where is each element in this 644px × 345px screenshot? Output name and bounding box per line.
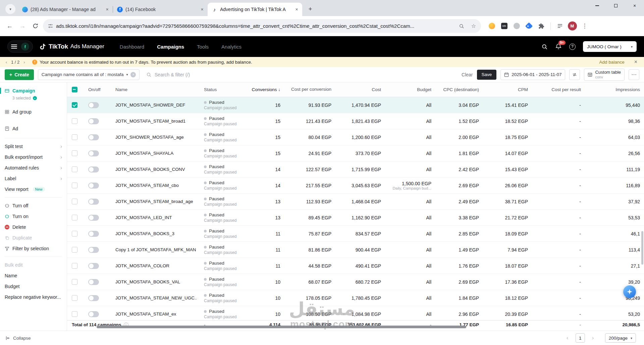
nav-tools[interactable]: Tools (197, 44, 209, 50)
sidebar-item-duplicate[interactable]: Duplicate (0, 232, 67, 243)
sidebar-item-filter-by-selection[interactable]: Filter by selection (0, 243, 67, 254)
tab-close-icon[interactable]: × (294, 7, 300, 12)
column-cost-per-result[interactable]: Cost per result (530, 87, 583, 92)
banner-prev-icon[interactable]: ‹ (4, 60, 9, 65)
add-balance-link[interactable]: Add balance (599, 60, 625, 65)
sidebar-item-delete[interactable]: Delete (0, 222, 67, 232)
reading-list-button[interactable] (554, 21, 565, 31)
clear-filters-link[interactable]: Clear (462, 72, 473, 77)
sidebar-item-split-test[interactable]: Split test› (0, 141, 67, 152)
campaign-name-link[interactable]: JOTK_MOSTAFA_STEAM_broad_age (105, 199, 197, 204)
browser-tab-ads-manager[interactable]: (28) Ads Manager - Manage ad × (18, 3, 113, 16)
row-checkbox[interactable] (72, 118, 77, 124)
sidebar-item-ad-group[interactable]: Ad group (0, 105, 67, 119)
next-page-icon[interactable]: › (588, 333, 598, 343)
table-row[interactable]: JOTK_MOSTAFA_STEAM_broad1 Paused Campaig… (67, 113, 644, 129)
onoff-toggle[interactable] (88, 102, 99, 108)
nav-dashboard[interactable]: Dashboard (120, 44, 144, 50)
forward-button[interactable]: → (16, 20, 29, 32)
prev-page-icon[interactable]: ‹ (563, 333, 572, 343)
row-checkbox[interactable] (72, 183, 77, 188)
filter-chip[interactable]: Campaign name contains all of : mostafa … (38, 69, 140, 80)
table-row[interactable]: JOTK_MOSTAFA_BOOKS_VAL Paused Campaign p… (67, 274, 644, 290)
workspace-avatar[interactable]: f (21, 43, 29, 51)
tab-close-icon[interactable]: × (199, 7, 205, 12)
table-row[interactable]: Copy 1 of JOTK_MOSTAFA_MFK_MAN Paused Ca… (67, 242, 644, 258)
onoff-toggle[interactable] (88, 215, 99, 221)
custom-table-button[interactable]: Custom table conv (584, 69, 625, 81)
table-row[interactable]: JOTK_MOSTAFA_SHOWER_DEF Paused Campaign … (67, 97, 644, 113)
campaign-name-link[interactable]: JOTK_MOSTAFA_BOOKS_VAL (105, 279, 197, 284)
current-page[interactable]: 1 (576, 333, 585, 343)
close-window-button[interactable]: × (625, 0, 644, 11)
sidebar-item-bulk-export-import[interactable]: Bulk export/import› (0, 152, 67, 162)
browser-tab-tiktok-active[interactable]: ♪ Advertising on TikTok | TikTok A × (208, 3, 302, 16)
account-switcher[interactable]: JUMOO ( Omar ) ▾ (583, 41, 637, 52)
onoff-toggle[interactable] (88, 199, 99, 205)
page-size-select[interactable]: 200/page ▾ (605, 333, 636, 343)
banner-close-icon[interactable]: × (634, 59, 637, 65)
table-row[interactable]: JOTK_MOSTAFA_BOOKS_3 Paused Campaign pau… (67, 226, 644, 242)
column-cost[interactable]: Cost (333, 87, 383, 92)
campaign-name-link[interactable]: JOTK_MOSTAFA_COLOR (105, 263, 197, 268)
sidebar-item-replace-negative-keywords[interactable]: Replace negative keywor... (0, 292, 67, 302)
column-cost-per-conversion[interactable]: Cost per conversion (282, 87, 333, 92)
sidebar-item-bulk-edit[interactable]: Bulk edit (0, 260, 67, 270)
reload-button[interactable] (29, 20, 42, 32)
onoff-toggle[interactable] (88, 311, 99, 317)
sidebar-item-view-report[interactable]: View report New (0, 184, 67, 195)
hamburger-menu-icon[interactable] (11, 45, 17, 49)
onoff-toggle[interactable] (88, 150, 99, 156)
create-button[interactable]: + Create (5, 69, 34, 80)
extension-gray-icon[interactable] (511, 21, 522, 31)
floating-widget-button[interactable] (623, 285, 636, 298)
onoff-toggle[interactable] (88, 118, 99, 124)
zoom-icon[interactable] (457, 21, 466, 31)
bookmark-star-icon[interactable]: ☆ (469, 21, 478, 31)
row-checkbox[interactable] (72, 102, 77, 108)
site-info-icon[interactable] (48, 23, 53, 29)
notifications-button[interactable]: 9+ (555, 43, 562, 50)
compare-dates-button[interactable] (569, 69, 580, 80)
column-impressions[interactable]: Impressions (583, 87, 642, 92)
sidebar-item-turn-off[interactable]: Turn off (0, 200, 67, 211)
campaign-name-link[interactable]: JOTK_MOSTAFA_STEAM_broad1 (105, 119, 197, 124)
row-checkbox[interactable] (72, 279, 77, 285)
more-options-button[interactable]: ⋯ (629, 69, 639, 80)
row-checkbox[interactable] (72, 199, 77, 204)
workspace-switcher[interactable]: f (7, 41, 33, 53)
column-budget[interactable]: Budget (383, 87, 433, 92)
row-checkbox[interactable] (72, 231, 77, 236)
help-icon[interactable]: ? (569, 44, 576, 50)
onoff-toggle[interactable] (88, 134, 99, 140)
table-row[interactable]: JOTK_MOSTAFA_STEAM_cbo Paused Campaign p… (67, 178, 644, 194)
sidebar-item-ad[interactable]: Ad (0, 122, 67, 135)
new-tab-button[interactable]: + (306, 4, 315, 14)
onoff-toggle[interactable] (88, 166, 99, 172)
sidebar-item-campaign[interactable]: Campaign (0, 86, 67, 95)
collapse-sidebar-button[interactable]: Collapse (5, 336, 31, 341)
select-all-checkbox[interactable] (72, 87, 77, 92)
table-row[interactable]: JOTK_MOSTAFA_BOOKS_CONV Paused Campaign … (67, 161, 644, 178)
column-cpc[interactable]: CPC (destination) (433, 87, 481, 92)
sidebar-item-budget[interactable]: Budget (0, 281, 67, 292)
maximize-button[interactable] (606, 0, 625, 11)
minimize-button[interactable] (588, 0, 606, 11)
search-filter-box[interactable] (144, 72, 458, 77)
onoff-toggle[interactable] (88, 247, 99, 253)
row-checkbox[interactable] (72, 215, 77, 220)
onoff-toggle[interactable] (88, 263, 99, 269)
search-icon[interactable] (541, 44, 548, 50)
nav-campaigns[interactable]: Campaigns (157, 44, 184, 50)
table-row[interactable]: JOTK_MOSTAFA_SHAYALA Paused Campaign pau… (67, 145, 644, 161)
onoff-toggle[interactable] (88, 279, 99, 285)
vertical-scrollbar[interactable] (641, 231, 643, 265)
row-checkbox[interactable] (72, 166, 77, 172)
extensions-puzzle-button[interactable] (536, 21, 547, 31)
campaign-name-link[interactable]: Copy 1 of JOTK_MOSTAFA_MFK_MAN (105, 247, 197, 252)
browser-tab-facebook[interactable]: f (14) Facebook × (113, 3, 208, 16)
row-checkbox[interactable] (72, 295, 77, 301)
remove-filter-icon[interactable]: × (130, 72, 136, 77)
column-cpm[interactable]: CPM (481, 87, 530, 92)
row-checkbox[interactable] (72, 150, 77, 156)
